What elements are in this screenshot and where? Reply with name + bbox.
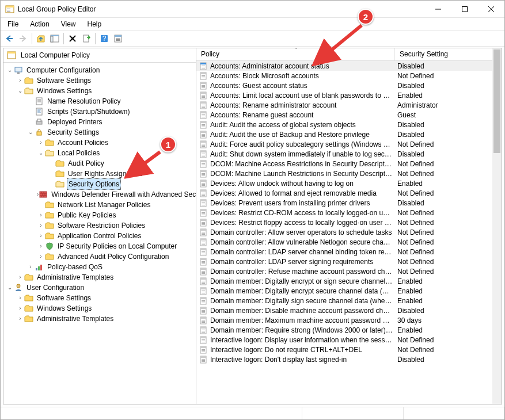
vertical-scrollbar[interactable] [492,48,502,404]
twist-icon[interactable]: › [16,293,24,303]
policy-row[interactable]: Domain member: Disable machine account p… [196,306,502,315]
help-button[interactable]: ? [98,32,111,45]
policy-row[interactable]: Audit: Force audit policy subcategory se… [196,139,502,149]
policy-row[interactable]: Domain member: Digitally sign secure cha… [196,296,502,306]
tree-node-application-control[interactable]: ›Application Control Policies [3,231,196,241]
policy-name: Domain controller: Allow vulnerable Netl… [210,238,395,246]
policy-row[interactable]: Audit: Audit the access of global system… [196,120,502,129]
policy-row[interactable]: Audit: Shut down system immediately if u… [196,149,502,159]
twist-icon[interactable]: › [16,272,24,282]
column-security-setting[interactable]: Security Setting [395,48,502,60]
twist-icon[interactable]: › [26,262,35,272]
tree-node-audit-policy[interactable]: Audit Policy [3,158,196,169]
tree-node-deployed-printers[interactable]: Deployed Printers [3,117,196,127]
tree-root[interactable]: Local Computer Policy [3,48,196,63]
tree-node-software-restriction[interactable]: ›Software Restriction Policies [3,220,196,231]
policy-row[interactable]: Audit: Audit the use of Backup and Resto… [196,129,502,139]
twist-icon[interactable]: ⌄ [6,282,14,293]
twist-icon[interactable]: ⌄ [6,65,14,75]
tree-node-windows-settings[interactable]: ⌄Windows Settings [3,86,196,96]
tree-node-public-key-policies[interactable]: ›Public Key Policies [3,210,196,220]
twist-icon[interactable]: › [37,251,45,262]
menu-action[interactable]: Action [25,19,54,29]
policy-row[interactable]: Devices: Restrict CD-ROM access to local… [196,208,502,217]
twist-icon[interactable]: › [37,220,45,231]
twist-icon[interactable]: ⌄ [16,86,24,96]
policy-row[interactable]: Accounts: Limit local account use of bla… [196,90,502,100]
svg-point-30 [17,284,20,288]
tree-node-user-administrative-templates[interactable]: ›Administrative Templates [3,314,196,324]
tree-node-ip-security[interactable]: ›IP Security Policies on Local Computer [3,241,196,251]
policy-row[interactable]: Accounts: Guest account statusDisabled [196,81,502,90]
menu-file[interactable]: File [3,19,23,29]
tree-node-windows-defender-firewall[interactable]: ›Windows Defender Firewall with Advanced… [3,189,196,200]
twist-icon[interactable]: › [16,314,24,324]
policy-row[interactable]: Domain member: Digitally encrypt or sign… [196,276,502,286]
tree-node-advanced-audit[interactable]: ›Advanced Audit Policy Configuration [3,251,196,262]
svg-rect-135 [202,264,205,264]
policy-row[interactable]: Domain controller: Refuse machine accoun… [196,266,502,276]
tree-node-name-resolution-policy[interactable]: Name Resolution Policy [3,96,196,106]
twist-icon[interactable]: ⌄ [26,127,35,138]
maximize-button[interactable] [451,1,478,18]
policy-row[interactable]: Domain controller: LDAP server signing r… [196,257,502,266]
up-button[interactable] [35,32,47,45]
policy-row[interactable]: Interactive logon: Don't display last si… [196,354,502,364]
policy-row[interactable]: Domain member: Require strong (Windows 2… [196,325,502,335]
twist-icon[interactable]: › [37,138,45,148]
policy-setting: Disabled [395,82,502,90]
twist-icon[interactable]: › [37,231,45,241]
policy-row[interactable]: DCOM: Machine Access Restrictions in Sec… [196,159,502,169]
policy-row[interactable]: Accounts: Rename administrator accountAd… [196,100,502,110]
tree-node-scripts[interactable]: Scripts (Startup/Shutdown) [3,106,196,117]
policy-row[interactable]: Accounts: Block Microsoft accountsNot De… [196,71,502,81]
tree-node-user-software-settings[interactable]: ›Software Settings [3,293,196,303]
tree-node-user-rights-assignment[interactable]: User Rights Assignment [3,169,196,179]
policy-row[interactable]: DCOM: Machine Launch Restrictions in Sec… [196,169,502,178]
tree-node-policy-based-qos[interactable]: ›Policy-based QoS [3,262,196,272]
menu-view[interactable]: View [56,19,81,29]
tree-node-administrative-templates[interactable]: ›Administrative Templates [3,272,196,282]
back-button[interactable] [3,32,16,45]
policy-row[interactable]: Interactive logon: Do not require CTRL+A… [196,345,502,354]
policy-row[interactable]: Domain controller: LDAP server channel b… [196,247,502,257]
forward-button[interactable] [17,32,29,45]
policy-row[interactable]: Domain member: Maximum machine account p… [196,315,502,325]
tree-node-software-settings[interactable]: ›Software Settings [3,75,196,86]
user-icon [14,283,23,292]
policy-row[interactable]: Domain controller: Allow vulnerable Netl… [196,237,502,247]
delete-button[interactable] [66,32,79,45]
list-body[interactable]: Accounts: Administrator account statusDi… [196,61,502,404]
close-button[interactable] [478,1,504,18]
policy-row[interactable]: Devices: Allowed to format and eject rem… [196,188,502,198]
svg-rect-167 [200,327,206,329]
svg-rect-70 [202,136,205,137]
tree-node-user-configuration[interactable]: ⌄User Configuration [3,282,196,293]
menu-help[interactable]: Help [83,19,107,29]
minimize-button[interactable] [425,1,451,18]
policy-row[interactable]: Domain controller: Allow server operator… [196,227,502,237]
export-button[interactable] [80,32,93,45]
tree-node-computer-configuration[interactable]: ⌄Computer Configuration [3,65,196,75]
tree-node-network-list-manager[interactable]: Network List Manager Policies [3,200,196,210]
policy-row[interactable]: Interactive logon: Display user informat… [196,335,502,345]
svg-rect-162 [200,317,206,319]
policy-name: Domain member: Digitally encrypt or sign… [210,277,395,285]
tree-pane[interactable]: Local Computer Policy ⌄Computer Configur… [3,48,196,404]
tree-node-user-windows-settings[interactable]: ›Windows Settings [3,303,196,314]
twist-icon[interactable]: › [16,75,24,86]
policy-name: Domain controller: LDAP server signing r… [210,258,395,266]
twist-icon[interactable]: ⌄ [37,148,45,158]
show-hide-tree-button[interactable] [48,32,61,45]
policy-row[interactable]: Devices: Prevent users from installing p… [196,198,502,208]
tree-node-security-options[interactable]: Security Options [3,179,196,189]
properties-button[interactable] [112,32,124,45]
scrollbar-thumb[interactable] [493,49,500,153]
policy-row[interactable]: Devices: Allow undock without having to … [196,178,502,188]
twist-icon[interactable]: › [37,241,45,251]
twist-icon[interactable]: › [16,303,24,314]
policy-row[interactable]: Domain member: Digitally encrypt secure … [196,286,502,296]
twist-icon[interactable]: › [37,210,45,220]
policy-row[interactable]: Accounts: Rename guest accountGuest [196,110,502,120]
policy-row[interactable]: Devices: Restrict floppy access to local… [196,217,502,227]
